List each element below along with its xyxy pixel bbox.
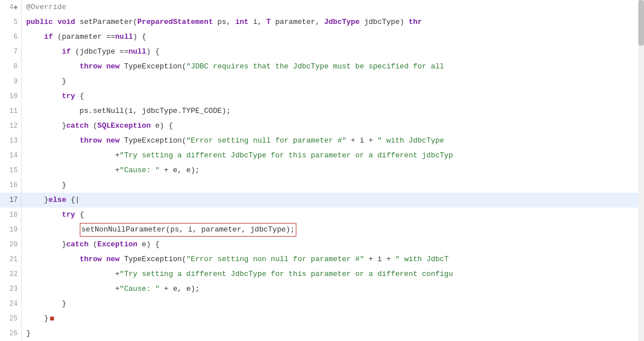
line-num-23: 23 bbox=[0, 282, 21, 297]
code-line-5: public void setParameter( PreparedStatem… bbox=[22, 15, 644, 30]
code-line-17: } else {| bbox=[22, 193, 644, 208]
line-num-19: 19 bbox=[0, 222, 21, 237]
code-line-14: + "Try setting a different JdbcType for … bbox=[22, 148, 644, 163]
line-num-10: 10 bbox=[0, 89, 21, 104]
line-numbers: 4◆ 5 6 7 8 9 10 11 12 13 14 15 16 17 18 … bbox=[0, 0, 22, 341]
line-num-11: 11 bbox=[0, 104, 21, 119]
code-line-16: } bbox=[22, 178, 644, 193]
line-num-17: 17 bbox=[0, 193, 21, 208]
code-line-18: try { bbox=[22, 208, 644, 222]
line-num-22: 22 bbox=[0, 267, 21, 282]
code-line-19: setNonNullParameter(ps, i, parameter, jd… bbox=[22, 222, 644, 237]
line-num-15: 15 bbox=[0, 163, 21, 178]
code-line-12: } catch ( SQLException e) { bbox=[22, 119, 644, 133]
line-num-5: 5 bbox=[0, 15, 21, 30]
code-line-9: } bbox=[22, 74, 644, 89]
line-num-26: 26 bbox=[0, 326, 21, 341]
line-num-8: 8 bbox=[0, 59, 21, 74]
line-num-9: 9 bbox=[0, 74, 21, 89]
code-line-8: throw new TypeException( "JDBC requires … bbox=[22, 59, 644, 74]
scrollbar-thumb[interactable] bbox=[638, 0, 644, 46]
code-line-15: + "Cause: " + e, e); bbox=[22, 163, 644, 178]
code-line-10: try { bbox=[22, 89, 644, 104]
brace-marker: ■ bbox=[50, 311, 54, 326]
code-line-6: if (parameter == null ) { bbox=[22, 30, 644, 44]
line-num-21: 21 bbox=[0, 252, 21, 267]
code-line-7: if (jdbcType == null ) { bbox=[22, 44, 644, 59]
line-num-4: 4◆ bbox=[0, 0, 21, 15]
code-line-13: throw new TypeException( "Error setting … bbox=[22, 133, 644, 148]
line-num-20: 20 bbox=[0, 237, 21, 252]
code-line-21: throw new TypeException( "Error setting … bbox=[22, 252, 644, 267]
vertical-scrollbar[interactable] bbox=[638, 0, 644, 341]
code-line-26: } bbox=[22, 326, 644, 341]
code-line-20: } catch ( Exception e) { bbox=[22, 237, 644, 252]
line-num-18: 18 bbox=[0, 208, 21, 222]
code-line-22: + "Try setting a different JdbcType for … bbox=[22, 267, 644, 282]
line-num-12: 12 bbox=[0, 119, 21, 133]
code-line-25: } ■ bbox=[22, 311, 644, 326]
code-content[interactable]: @Override public void setParameter( Prep… bbox=[22, 0, 644, 341]
line-num-25: 25 bbox=[0, 311, 21, 326]
method-call-box: setNonNullParameter(ps, i, parameter, jd… bbox=[80, 223, 296, 237]
code-line-24: } bbox=[22, 297, 644, 311]
line-num-14: 14 bbox=[0, 148, 21, 163]
code-line-11: ps.setNull(i, jdbcType.TYPE_CODE); bbox=[22, 104, 644, 119]
line-num-13: 13 bbox=[0, 133, 21, 148]
code-line-4: @Override bbox=[22, 0, 644, 15]
annotation-override: @Override bbox=[26, 0, 66, 15]
line-num-24: 24 bbox=[0, 297, 21, 311]
code-editor: 4◆ 5 6 7 8 9 10 11 12 13 14 15 16 17 18 … bbox=[0, 0, 644, 341]
line-num-16: 16 bbox=[0, 178, 21, 193]
code-line-23: + "Cause: " + e, e); bbox=[22, 282, 644, 297]
line-num-6: 6 bbox=[0, 30, 21, 44]
line-num-7: 7 bbox=[0, 44, 21, 59]
